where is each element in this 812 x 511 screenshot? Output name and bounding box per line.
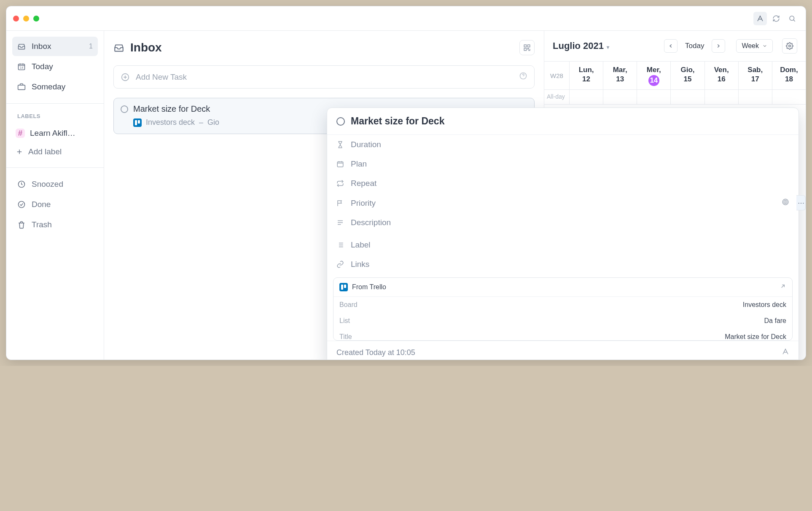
day-mon[interactable]: Lun,12 xyxy=(570,62,603,89)
view-selector[interactable]: Week xyxy=(736,39,773,53)
sidebar-item-someday[interactable]: Someday xyxy=(12,77,98,97)
sidebar: Inbox 1 14 Today Someday LABELS # Learn … xyxy=(6,31,104,360)
day-sun[interactable]: Dom,18 xyxy=(772,62,806,89)
prop-duration[interactable]: Duration xyxy=(327,135,799,154)
sidebar-item-label: Inbox xyxy=(32,42,51,51)
hash-icon: # xyxy=(16,129,25,138)
sidebar-item-label: Someday xyxy=(32,82,65,91)
text-icon xyxy=(336,219,344,226)
qr-button[interactable] xyxy=(519,40,535,55)
sidebar-item-snoozed[interactable]: Snoozed xyxy=(12,175,98,194)
week-number: W28 xyxy=(544,62,570,89)
day-tue[interactable]: Mar,13 xyxy=(603,62,637,89)
sync-button[interactable] xyxy=(769,12,783,25)
prop-links[interactable]: Links xyxy=(327,255,799,274)
prev-week-button[interactable] xyxy=(664,39,678,53)
detail-checkbox[interactable] xyxy=(336,117,345,126)
plus-circle-icon xyxy=(121,73,130,82)
svg-point-4 xyxy=(19,202,25,208)
sidebar-item-done[interactable]: Done xyxy=(12,195,98,214)
prop-repeat[interactable]: Repeat xyxy=(327,174,799,193)
prop-description[interactable]: Description xyxy=(327,213,799,232)
day-sat[interactable]: Sab,17 xyxy=(739,62,772,89)
trello-row-title: TitleMarket size for Deck xyxy=(333,329,792,341)
sidebar-item-inbox[interactable]: Inbox 1 xyxy=(12,37,98,56)
today-button[interactable]: Today xyxy=(680,42,709,50)
chevron-down-icon: ▾ xyxy=(605,44,609,50)
day-wed[interactable]: Mer,14 xyxy=(637,62,671,89)
trello-row-board: BoardInvestors deck xyxy=(333,297,792,313)
task-title: Market size for Deck xyxy=(133,104,210,114)
calendar-icon xyxy=(336,160,344,168)
page-title: Inbox xyxy=(130,41,162,54)
app-logo-icon xyxy=(782,348,789,358)
detail-title: Market size for Deck xyxy=(351,116,444,127)
labels-header: LABELS xyxy=(12,110,98,124)
task-source-user: Gio xyxy=(207,118,219,127)
target-icon xyxy=(782,198,789,208)
inbox-icon xyxy=(113,42,124,53)
link-icon xyxy=(336,261,344,268)
add-label-text: Add label xyxy=(28,147,62,156)
created-timestamp: Created Today at 10:05 xyxy=(336,348,415,357)
allday-row: All-day xyxy=(544,90,806,105)
list-icon xyxy=(336,241,344,249)
add-task-placeholder: Add New Task xyxy=(136,73,187,82)
prop-plan[interactable]: Plan xyxy=(327,154,799,174)
trello-icon xyxy=(339,283,348,291)
day-thu[interactable]: Gio,15 xyxy=(671,62,704,89)
task-checkbox[interactable] xyxy=(121,105,128,113)
chevron-down-icon xyxy=(762,43,767,48)
allday-label: All-day xyxy=(544,90,570,104)
svg-rect-11 xyxy=(337,162,343,167)
help-icon[interactable] xyxy=(519,72,527,82)
sidebar-item-label: Today xyxy=(32,62,53,71)
sidebar-item-today[interactable]: 14 Today xyxy=(12,57,98,76)
svg-rect-7 xyxy=(524,48,526,51)
maximize-window-button[interactable] xyxy=(33,16,39,22)
svg-point-14 xyxy=(785,202,786,202)
svg-point-0 xyxy=(790,16,794,21)
add-task-input[interactable]: Add New Task xyxy=(113,65,535,89)
trello-row-list: ListDa fare xyxy=(333,313,792,329)
titlebar xyxy=(6,6,806,31)
trello-heading: From Trello xyxy=(352,283,386,291)
svg-rect-6 xyxy=(528,45,530,47)
event-overflow-button[interactable]: ⋯ xyxy=(796,195,806,210)
close-window-button[interactable] xyxy=(13,16,19,22)
minimize-window-button[interactable] xyxy=(23,16,29,22)
calendar-settings-button[interactable] xyxy=(782,38,797,54)
open-external-icon[interactable] xyxy=(780,283,786,291)
sidebar-item-label: Trash xyxy=(32,220,52,229)
flag-icon xyxy=(336,199,344,207)
prop-priority[interactable]: Priority xyxy=(327,193,799,213)
sidebar-item-label: Snoozed xyxy=(32,180,63,189)
task-detail-popover: Market size for Deck Duration Plan Repea… xyxy=(327,108,799,360)
sidebar-item-trash[interactable]: Trash xyxy=(12,215,98,234)
next-week-button[interactable] xyxy=(712,39,725,53)
day-fri[interactable]: Ven,16 xyxy=(705,62,739,89)
trello-icon xyxy=(133,118,142,127)
sidebar-item-label: Done xyxy=(32,200,51,209)
task-source-board: Investors deck xyxy=(146,118,195,127)
label-name: Learn Akifl… xyxy=(30,129,75,138)
hourglass-icon xyxy=(336,141,344,148)
search-button[interactable] xyxy=(785,12,799,25)
prop-label[interactable]: Label xyxy=(327,235,799,255)
trello-source-card: From Trello BoardInvestors deck ListDa f… xyxy=(333,277,793,341)
svg-point-10 xyxy=(789,45,791,47)
svg-text:14: 14 xyxy=(20,66,23,70)
app-window: Inbox 1 14 Today Someday LABELS # Learn … xyxy=(6,6,806,360)
repeat-icon xyxy=(336,180,344,187)
calendar-day-header: W28 Lun,12 Mar,13 Mer,14 Gio,15 Ven,16 S… xyxy=(544,61,806,90)
svg-rect-5 xyxy=(524,45,526,47)
label-learn-akiflow[interactable]: # Learn Akifl… xyxy=(12,124,98,142)
calendar-month[interactable]: Luglio 2021 ▾ xyxy=(553,40,609,51)
traffic-lights xyxy=(13,16,39,22)
add-label-button[interactable]: Add label xyxy=(12,143,98,161)
inbox-count: 1 xyxy=(89,43,93,50)
app-logo-button[interactable] xyxy=(753,12,767,25)
